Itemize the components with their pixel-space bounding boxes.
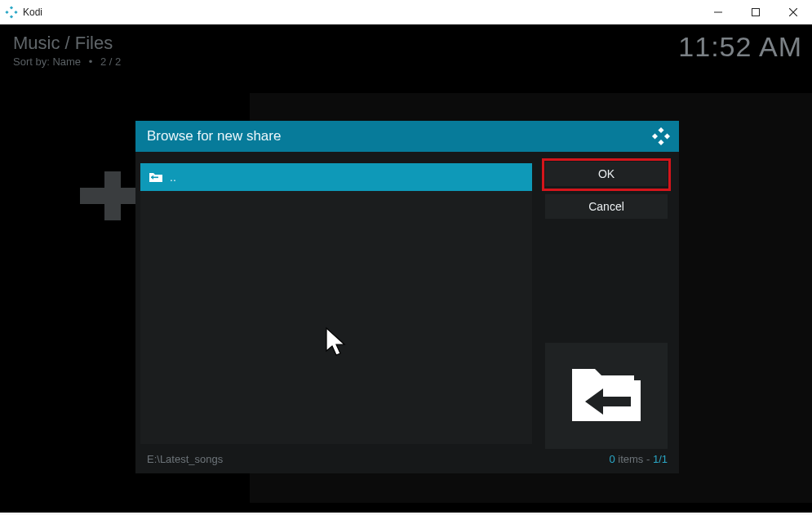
file-list[interactable]: .. — [140, 163, 532, 444]
page-indicator: 2 / 2 — [100, 55, 121, 68]
window-close-button[interactable] — [774, 0, 812, 24]
browse-dialog: Browse for new share .. OK — [135, 121, 679, 473]
svg-rect-10 — [664, 133, 670, 139]
dialog-title: Browse for new share — [147, 128, 281, 144]
item-count: 0 items - 1/1 — [609, 453, 668, 465]
svg-rect-1 — [5, 10, 8, 13]
window-controls — [699, 0, 812, 24]
list-item-parent[interactable]: .. — [140, 163, 532, 191]
cancel-button[interactable]: Cancel — [545, 194, 668, 219]
svg-rect-9 — [652, 133, 658, 139]
app-body: Music / Files Sort by: Name • 2 / 2 11:5… — [0, 24, 812, 513]
header-bar: Music / Files Sort by: Name • 2 / 2 11:5… — [0, 29, 812, 70]
ok-button-label: OK — [598, 167, 615, 180]
svg-rect-3 — [10, 15, 13, 18]
svg-rect-7 — [104, 171, 121, 220]
folder-back-icon — [567, 362, 646, 429]
folder-up-icon — [149, 171, 163, 183]
window-title: Kodi — [23, 7, 42, 18]
cancel-button-label: Cancel — [588, 200, 624, 213]
svg-rect-11 — [658, 140, 663, 145]
sort-by-label: Sort by: — [13, 55, 50, 68]
minimize-icon — [714, 8, 722, 16]
close-icon — [789, 8, 797, 16]
header-subline: Sort by: Name • 2 / 2 — [13, 55, 121, 68]
svg-rect-4 — [714, 11, 722, 12]
svg-rect-5 — [752, 8, 760, 16]
header-left: Music / Files Sort by: Name • 2 / 2 — [13, 33, 121, 68]
dialog-header: Browse for new share — [135, 121, 679, 152]
preview-thumbnail — [545, 343, 668, 449]
clock: 11:52 AM — [678, 31, 802, 63]
item-position: 1/1 — [653, 453, 668, 465]
maximize-icon — [752, 8, 760, 16]
sort-value[interactable]: Name — [52, 55, 81, 68]
kodi-titlebar-icon — [5, 6, 18, 19]
window-titlebar: Kodi — [0, 0, 812, 24]
dialog-body: .. OK Cancel — [135, 152, 679, 449]
window-maximize-button[interactable] — [737, 0, 774, 24]
item-count-sep: - — [646, 453, 653, 465]
dot-separator: • — [89, 55, 93, 68]
breadcrumb: Music / Files — [13, 33, 121, 54]
list-item-label: .. — [170, 171, 176, 184]
dialog-buttons: OK Cancel — [545, 162, 668, 227]
item-count-number: 0 — [609, 453, 615, 465]
window-minimize-button[interactable] — [699, 0, 737, 24]
item-count-word2: items — [618, 453, 643, 465]
svg-rect-8 — [658, 127, 663, 133]
kodi-logo-icon — [651, 127, 671, 146]
dialog-footer: E:\Latest_songs 0 items - 1/1 — [135, 449, 679, 468]
svg-rect-0 — [10, 6, 13, 9]
path-display: E:\Latest_songs — [147, 453, 223, 465]
svg-rect-2 — [14, 10, 17, 13]
ok-button[interactable]: OK — [545, 162, 668, 186]
